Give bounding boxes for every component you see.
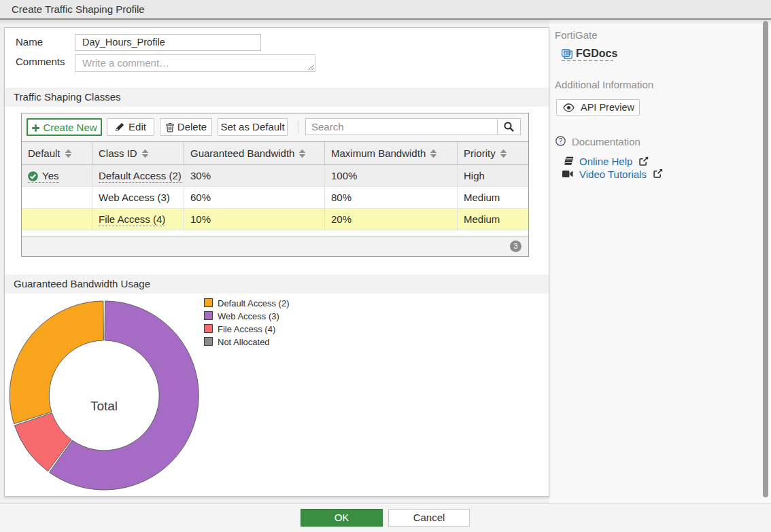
svg-text:?: ? [559,137,563,145]
